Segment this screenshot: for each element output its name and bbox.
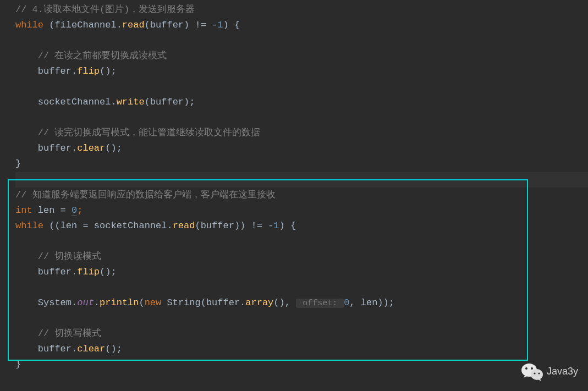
svg-point-1 (525, 367, 527, 370)
code-line: buffer.flip(); (15, 64, 588, 79)
svg-point-3 (531, 369, 543, 380)
code-line: // 在读之前都要切换成读模式 (15, 48, 588, 64)
code-line: int len = 0; (15, 203, 588, 218)
svg-point-5 (538, 372, 540, 374)
code-line: buffer.flip(); (15, 265, 588, 280)
code-line: // 知道服务端要返回响应的数据给客户端，客户端在这里接收 (15, 188, 588, 203)
code-line: buffer.clear(); (15, 141, 588, 156)
code-line: // 切换读模式 (15, 249, 588, 265)
wechat-icon (521, 362, 543, 381)
code-line: System.out.println(new String(buffer.arr… (15, 295, 588, 311)
code-line (15, 311, 588, 326)
code-line: buffer.clear(); (15, 342, 588, 357)
parameter-hint: offset: (296, 299, 344, 308)
code-line: // 切换写模式 (15, 326, 588, 342)
code-line (15, 79, 588, 95)
code-line: // 读完切换成写模式，能让管道继续读取文件的数据 (15, 125, 588, 141)
code-line (15, 234, 588, 249)
svg-point-2 (531, 367, 533, 370)
svg-point-4 (534, 372, 535, 374)
code-line: // 4.读取本地文件(图片)，发送到服务器 (15, 2, 588, 18)
code-editor[interactable]: // 4.读取本地文件(图片)，发送到服务器 while (fileChanne… (0, 0, 588, 372)
watermark-text: Java3y (547, 364, 578, 380)
comment-text: // 4.读取本地文件(图片)，发送到服务器 (15, 4, 195, 15)
code-line: } (15, 357, 588, 372)
watermark: Java3y (521, 362, 578, 381)
code-line: socketChannel.write(buffer); (15, 95, 588, 110)
code-line-caret (15, 172, 588, 188)
code-line: } (15, 156, 588, 172)
code-line (15, 280, 588, 295)
code-line: while ((len = socketChannel.read(buffer)… (15, 218, 588, 234)
code-line (15, 110, 588, 125)
code-line: while (fileChannel.read(buffer) != -1) { (15, 18, 588, 33)
code-line (15, 33, 588, 48)
